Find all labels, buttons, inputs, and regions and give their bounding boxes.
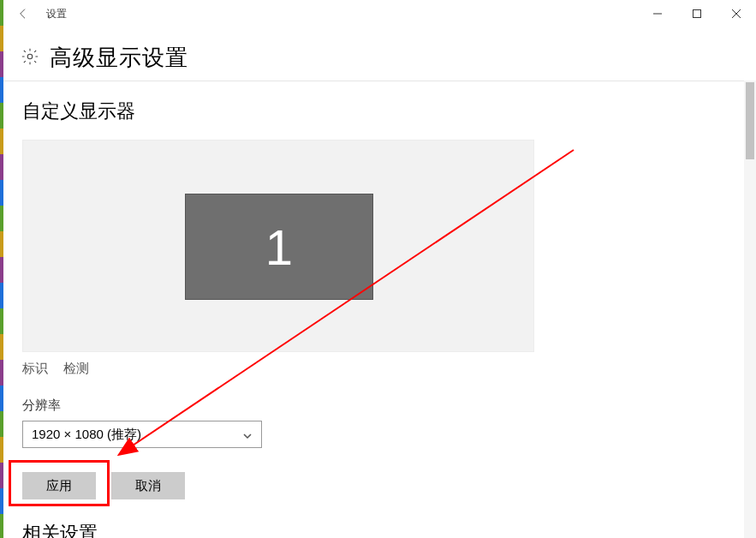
scrollbar[interactable] bbox=[744, 81, 756, 538]
button-row: 应用 取消 bbox=[22, 472, 739, 499]
section-title-customize: 自定义显示器 bbox=[22, 99, 739, 124]
display-preview[interactable]: 1 bbox=[22, 140, 534, 352]
cancel-button[interactable]: 取消 bbox=[111, 472, 185, 499]
chevron-down-icon bbox=[242, 429, 253, 444]
display-links: 标识 检测 bbox=[22, 361, 739, 377]
header-divider bbox=[3, 81, 756, 81]
next-section-partial: 相关设置 bbox=[22, 524, 98, 538]
resolution-label: 分辨率 bbox=[22, 398, 739, 414]
page-header: 高级显示设置 bbox=[21, 43, 188, 73]
window-title: 设置 bbox=[46, 7, 67, 21]
window-controls bbox=[638, 0, 756, 27]
titlebar: 设置 bbox=[3, 0, 756, 27]
back-button[interactable] bbox=[3, 0, 43, 27]
identify-link[interactable]: 标识 bbox=[22, 361, 48, 377]
svg-point-1 bbox=[27, 54, 33, 59]
content-area: 自定义显示器 1 标识 检测 分辨率 1920 × 1080 (推荐) 应用 取… bbox=[22, 99, 739, 499]
monitor-1[interactable]: 1 bbox=[185, 194, 373, 300]
close-button[interactable] bbox=[717, 0, 756, 27]
gear-icon bbox=[21, 47, 39, 69]
scroll-thumb[interactable] bbox=[746, 82, 754, 159]
monitor-number: 1 bbox=[265, 218, 293, 276]
window-left-edge bbox=[0, 0, 3, 538]
minimize-button[interactable] bbox=[638, 0, 677, 27]
detect-link[interactable]: 检测 bbox=[63, 361, 89, 377]
apply-button[interactable]: 应用 bbox=[22, 472, 96, 499]
resolution-dropdown[interactable]: 1920 × 1080 (推荐) bbox=[22, 421, 262, 448]
svg-rect-0 bbox=[693, 10, 701, 18]
maximize-button[interactable] bbox=[677, 0, 717, 27]
resolution-value: 1920 × 1080 (推荐) bbox=[32, 427, 141, 443]
page-title: 高级显示设置 bbox=[50, 43, 188, 73]
